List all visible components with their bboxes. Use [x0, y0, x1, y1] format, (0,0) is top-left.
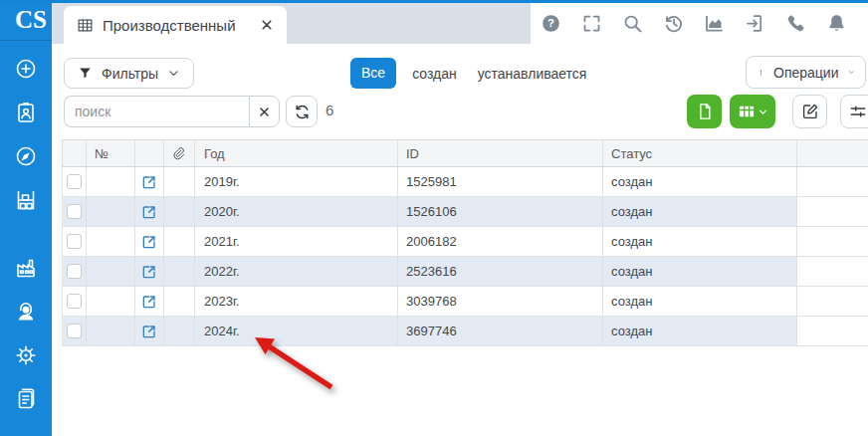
- empty-cell: [797, 167, 868, 196]
- search-input[interactable]: [64, 96, 249, 127]
- tab-production[interactable]: Производственный: [64, 6, 287, 44]
- settings-gear-icon[interactable]: [14, 343, 38, 367]
- row-checkbox[interactable]: [67, 294, 82, 309]
- clear-search-button[interactable]: [249, 96, 280, 127]
- data-table: № Год ID Статус 2019г. 1525981 создан 20…: [62, 139, 868, 346]
- table-row[interactable]: 2023г. 3039768 создан: [62, 287, 868, 317]
- status-cell: создан: [603, 227, 797, 256]
- header-status[interactable]: Статус: [603, 140, 797, 166]
- row-checkbox[interactable]: [67, 324, 82, 338]
- operations-label: Операции: [773, 65, 839, 81]
- header-year[interactable]: Год: [195, 140, 398, 166]
- operations-button[interactable]: Операции: [746, 56, 866, 89]
- phone-icon[interactable]: [785, 13, 806, 34]
- id-cell: 2523616: [398, 257, 603, 286]
- id-cell: 2006182: [398, 227, 603, 256]
- number-cell: [87, 197, 135, 226]
- year-cell: 2021г.: [195, 227, 398, 256]
- table-grid-icon: [77, 17, 94, 34]
- filters-label: Фильтры: [102, 66, 158, 82]
- status-cell: создан: [603, 257, 797, 286]
- table-row[interactable]: 2020г. 1526106 создан: [62, 197, 868, 227]
- number-cell: [87, 287, 135, 316]
- table-row[interactable]: 2021г. 2006182 создан: [62, 227, 868, 257]
- sliders-icon: [849, 103, 867, 120]
- number-cell: [87, 257, 135, 286]
- search-icon[interactable]: [622, 13, 643, 34]
- status-cell: создан: [603, 287, 797, 316]
- id-cell: 1526106: [398, 197, 603, 226]
- open-record-icon[interactable]: [141, 324, 157, 339]
- table-row[interactable]: 2019г. 1525981 создан: [62, 167, 868, 197]
- empty-cell: [797, 287, 868, 316]
- status-cell: создан: [603, 317, 797, 345]
- header-checkbox-cell: [63, 140, 87, 166]
- top-accent-line: [0, 0, 868, 3]
- id-cell: 3039768: [398, 287, 603, 316]
- table-icon: [738, 103, 756, 120]
- top-toolbar: ?: [531, 3, 868, 44]
- add-new-icon[interactable]: [14, 57, 38, 81]
- filters-button[interactable]: Фильтры: [64, 58, 194, 89]
- tab-close-icon[interactable]: [260, 18, 274, 32]
- attachment-cell: [164, 227, 195, 256]
- app-logo: CS: [0, 0, 52, 41]
- area-chart-icon[interactable]: [704, 13, 725, 34]
- refresh-button[interactable]: [286, 96, 318, 127]
- open-record-icon[interactable]: [141, 174, 157, 190]
- export-file-button[interactable]: [687, 95, 722, 128]
- search-group: [64, 96, 280, 127]
- number-cell: [87, 167, 135, 196]
- history-icon[interactable]: [663, 13, 684, 34]
- header-number: №: [87, 140, 135, 166]
- status-cell: создан: [603, 197, 797, 226]
- row-checkbox[interactable]: [67, 204, 82, 219]
- header-id[interactable]: ID: [398, 140, 603, 166]
- open-record-icon[interactable]: [141, 294, 157, 310]
- column-settings-button[interactable]: [840, 95, 868, 128]
- factory-icon[interactable]: [14, 256, 38, 280]
- empty-cell: [797, 317, 868, 345]
- year-cell: 2023г.: [195, 287, 398, 316]
- open-record-icon[interactable]: [141, 204, 157, 220]
- status-tab-created[interactable]: создан: [407, 66, 462, 82]
- funnel-icon: [78, 66, 93, 81]
- status-tab-all[interactable]: Все: [350, 58, 396, 89]
- warehouse-shelf-icon[interactable]: [14, 188, 38, 212]
- status-cell: создан: [603, 167, 797, 196]
- fullscreen-icon[interactable]: [581, 13, 602, 34]
- year-cell: 2024г.: [195, 317, 398, 345]
- row-checkbox[interactable]: [67, 174, 82, 189]
- header-empty: [797, 140, 868, 166]
- chevron-down-icon: [848, 66, 855, 79]
- file-export-icon[interactable]: [745, 13, 765, 34]
- paperclip-icon: [171, 146, 185, 160]
- table-row[interactable]: 2022г. 2523616 создан: [62, 257, 868, 287]
- table-action-buttons: [687, 95, 868, 128]
- attachment-cell: [164, 167, 195, 196]
- help-icon[interactable]: ?: [541, 13, 561, 34]
- result-count: 6: [326, 102, 333, 118]
- number-cell: [87, 317, 135, 345]
- chevron-down-icon: [167, 67, 180, 80]
- table-row-2024[interactable]: 2024г. 3697746 создан: [62, 317, 868, 346]
- table-header-row: № Год ID Статус: [62, 139, 868, 167]
- table-view-button[interactable]: [730, 95, 775, 128]
- year-cell: 2022г.: [195, 257, 398, 286]
- edit-button[interactable]: [792, 95, 827, 128]
- refresh-icon: [294, 104, 311, 120]
- row-checkbox[interactable]: [67, 234, 82, 249]
- year-cell: 2019г.: [195, 167, 398, 196]
- notifications-bell-icon[interactable]: [826, 13, 847, 34]
- row-checkbox[interactable]: [67, 264, 82, 279]
- empty-cell: [797, 257, 868, 286]
- status-tab-installing[interactable]: устанавливается: [473, 66, 592, 82]
- svg-text:?: ?: [547, 17, 554, 29]
- open-record-icon[interactable]: [141, 234, 157, 250]
- id-badge-icon[interactable]: [14, 101, 38, 124]
- open-record-icon[interactable]: [141, 264, 157, 280]
- compass-icon[interactable]: [14, 144, 38, 168]
- support-agent-icon[interactable]: [14, 300, 38, 324]
- documents-icon[interactable]: [14, 387, 38, 411]
- attachment-cell: [164, 257, 195, 286]
